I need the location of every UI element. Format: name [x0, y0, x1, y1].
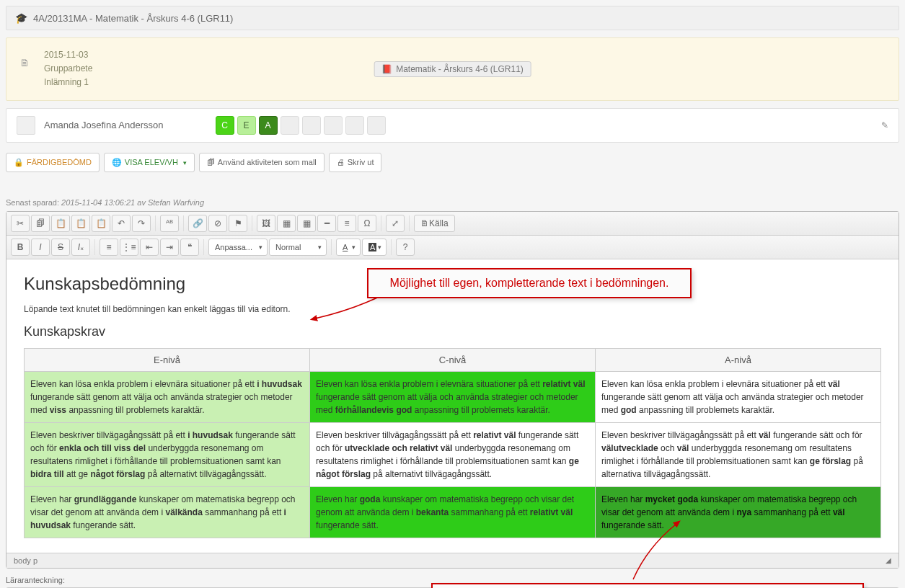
source-icon: 🗎 [420, 218, 429, 228]
file-icon: 🗎 [19, 57, 30, 68]
mall-label: Använd aktiviteten som mall [218, 158, 317, 166]
editor-content[interactable]: Kunskapsbedömning Löpande text knutet ti… [6, 259, 899, 553]
separator [203, 239, 204, 255]
redo-icon[interactable]: ↷ [132, 215, 151, 232]
mall-button[interactable]: 🗐 Använd aktiviteten som mall [199, 153, 325, 172]
hr-icon[interactable]: ━ [317, 215, 336, 232]
course-badge[interactable]: 📕 Matematik - Årskurs 4-6 (LGR11) [374, 61, 531, 77]
text-color-select[interactable]: A [336, 239, 361, 256]
annotation-callout-1: Möjlighet till egen, kompletterande text… [367, 268, 692, 298]
table-row: Eleven beskriver tillvägagångssätt på et… [25, 422, 881, 486]
link-icon[interactable]: 🔗 [188, 215, 207, 232]
krav-cell-c[interactable]: Eleven kan lösa enkla problem i elevnära… [310, 371, 596, 422]
editor-toolbar-row2: B I S Iₓ ≡ ⋮≡ ⇤ ⇥ ❝ Anpassa... Normal A … [6, 236, 899, 259]
content-subheading: Kunskapskrav [24, 324, 881, 339]
saved-time: 2015-11-04 13:06:21 av Stefan Warfving [61, 198, 204, 207]
fardigbedomd-label: FÄRDIGBEDÖMD [27, 158, 92, 166]
bg-color-label: A [368, 243, 376, 251]
table-icon[interactable]: ▦ [297, 215, 316, 232]
format-select[interactable]: Normal [269, 239, 327, 256]
media-icon[interactable]: ▦ [277, 215, 296, 232]
print-icon: 🖨 [337, 158, 345, 166]
krav-cell-a[interactable]: Eleven har mycket goda kunskaper om mate… [596, 486, 881, 538]
visa-elev-button[interactable]: 🌐 VISA ELEV/VH [104, 153, 195, 172]
krav-cell-e[interactable]: Eleven har grundläggande kunskaper om ma… [25, 486, 310, 538]
maximize-icon[interactable]: ⤢ [386, 215, 405, 232]
grade-empty-5[interactable] [367, 116, 386, 135]
student-row: Amanda Josefina Andersson C E A ✎ [6, 108, 899, 143]
undo-icon[interactable]: ↶ [112, 215, 131, 232]
bullet-list-icon[interactable]: ⋮≡ [120, 239, 138, 256]
avatar [17, 116, 35, 135]
chevron-down-icon [181, 158, 187, 166]
numbered-list-icon[interactable]: ≡ [100, 239, 118, 256]
assignment-text: 2015-11-03 Grupparbete Inlämning 1 [44, 48, 92, 90]
flag-icon[interactable]: ⚑ [229, 215, 247, 232]
bg-color-select[interactable]: A [362, 239, 387, 256]
element-path[interactable]: body p [14, 556, 37, 565]
globe-icon: 🌐 [112, 158, 122, 167]
skriv-ut-button[interactable]: 🖨 Skriv ut [329, 153, 382, 172]
assignment-info-box: 🗎 2015-11-03 Grupparbete Inlämning 1 📕 M… [6, 37, 899, 101]
cut-icon[interactable]: ✂ [11, 215, 30, 232]
bold-icon[interactable]: B [11, 239, 30, 256]
spellcheck-icon[interactable]: ᴬᴮ [160, 215, 179, 232]
strike-icon[interactable]: S [51, 239, 70, 256]
course-badge-label: Matematik - Årskurs 4-6 (LGR11) [396, 64, 524, 74]
unlink-icon[interactable]: ⊘ [208, 215, 227, 232]
saved-prefix: Senast sparad: [6, 198, 61, 207]
grade-c[interactable]: C [216, 116, 234, 135]
separator [94, 239, 95, 255]
line-icon[interactable]: ≡ [337, 215, 356, 232]
pencil-icon[interactable]: ✎ [881, 120, 888, 130]
separator [409, 215, 410, 231]
editor-statusbar: body p ◢ [6, 553, 899, 568]
indent-icon[interactable]: ⇥ [160, 239, 179, 256]
grade-a[interactable]: A [259, 116, 278, 135]
krav-cell-e[interactable]: Eleven kan lösa enkla problem i elevnära… [25, 371, 310, 422]
italic-icon[interactable]: I [31, 239, 50, 256]
remove-format-icon[interactable]: Iₓ [71, 239, 90, 256]
text-color-label: A [343, 243, 348, 251]
course-title: 4A/20131MA - Matematik - Årskurs 4-6 (LG… [33, 13, 233, 24]
paste-text-icon[interactable]: 📋 [71, 215, 90, 232]
krav-cell-c[interactable]: Eleven har goda kunskaper om matematiska… [310, 486, 596, 538]
styles-select[interactable]: Anpassa... [208, 239, 268, 256]
grade-cells: C E A [216, 116, 386, 135]
grade-e[interactable]: E [237, 116, 256, 135]
outdent-icon[interactable]: ⇤ [140, 239, 159, 256]
omega-icon[interactable]: Ω [358, 215, 376, 232]
content-paragraph: Löpande text knutet till bedömningen kan… [24, 304, 881, 314]
grade-empty-4[interactable] [345, 116, 364, 135]
image-icon[interactable]: 🖼 [257, 215, 275, 232]
grade-empty-1[interactable] [281, 116, 299, 135]
source-button[interactable]: 🗎 Källa [414, 215, 455, 232]
help-button[interactable]: ? [396, 239, 415, 256]
krav-cell-a[interactable]: Eleven beskriver tillvägagångssätt på et… [596, 422, 881, 486]
table-row: Eleven kan lösa enkla problem i elevnära… [25, 371, 881, 422]
paste-word-icon[interactable]: 📋 [92, 215, 110, 232]
annotation-callout-2: Importerat innehåll från bedömningen som… [431, 583, 864, 588]
resize-handle-icon[interactable]: ◢ [886, 556, 891, 565]
table-row: Eleven har grundläggande kunskaper om ma… [25, 486, 881, 538]
skriv-ut-label: Skriv ut [348, 158, 374, 166]
copy-icon[interactable]: 🗐 [31, 215, 50, 232]
krav-cell-a[interactable]: Eleven kan lösa enkla problem i elevnära… [596, 371, 881, 422]
grade-empty-2[interactable] [302, 116, 321, 135]
action-buttons: 🔒 FÄRDIGBEDÖMD 🌐 VISA ELEV/VH 🗐 Använd a… [6, 153, 899, 172]
format-label: Normal [275, 243, 301, 251]
col-c-header: C-nivå [310, 348, 596, 371]
assignment-date: 2015-11-03 [44, 48, 92, 62]
col-a-header: A-nivå [596, 348, 881, 371]
assignment-line3: Inlämning 1 [44, 76, 92, 89]
grade-empty-3[interactable] [324, 116, 343, 135]
blockquote-icon[interactable]: ❝ [180, 239, 199, 256]
fardigbedomd-button[interactable]: 🔒 FÄRDIGBEDÖMD [6, 153, 100, 172]
separator [331, 239, 332, 255]
krav-cell-e[interactable]: Eleven beskriver tillvägagångssätt på et… [25, 422, 310, 486]
paste-icon[interactable]: 📋 [51, 215, 70, 232]
krav-cell-c[interactable]: Eleven beskriver tillvägagångssätt på et… [310, 422, 596, 486]
student-name: Amanda Josefina Andersson [44, 120, 164, 130]
source-label: Källa [429, 218, 449, 228]
kunskapskrav-table: E-nivå C-nivå A-nivå Eleven kan lösa enk… [24, 348, 881, 538]
